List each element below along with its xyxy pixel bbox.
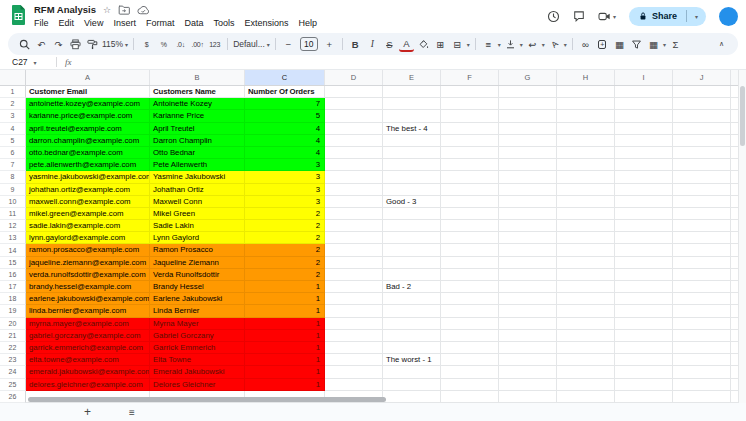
cell-B17[interactable]: Brandy Hessel [150, 281, 245, 293]
cell-D13[interactable] [325, 232, 383, 244]
cell-J15[interactable] [673, 257, 731, 269]
cell-I5[interactable] [615, 135, 673, 147]
cell-J16[interactable] [673, 269, 731, 281]
cell-A13[interactable]: lynn.gaylord@example.com [26, 232, 150, 244]
cell-B8[interactable]: Yasmine Jakubowski [150, 171, 245, 183]
cell-B24[interactable]: Emerald Jakubowski [150, 366, 245, 378]
cell-I18[interactable] [615, 293, 673, 305]
cell-G2[interactable] [499, 98, 557, 110]
cell-E14[interactable] [383, 244, 441, 256]
cell-D3[interactable] [325, 110, 383, 122]
cell-B14[interactable]: Ramon Prosacco [150, 244, 245, 256]
add-sheet-icon[interactable]: + [84, 405, 91, 419]
cell-E8[interactable] [383, 171, 441, 183]
percent-format-icon[interactable]: % [156, 36, 171, 52]
cell-D7[interactable] [325, 159, 383, 171]
cell-I26[interactable] [615, 391, 673, 403]
horizontal-scrollbar-thumb[interactable] [28, 397, 386, 402]
all-sheets-icon[interactable]: ≡ [129, 407, 134, 418]
decrease-font-size-button[interactable]: − [281, 36, 296, 52]
cell-D21[interactable] [325, 330, 383, 342]
menu-tools[interactable]: Tools [208, 16, 239, 30]
insert-link-icon[interactable]: ∞ [578, 36, 593, 52]
cell-E3[interactable] [383, 110, 441, 122]
star-icon[interactable]: ☆ [103, 5, 111, 15]
cell-B4[interactable]: April Treutel [150, 123, 245, 135]
cell-J26[interactable] [673, 391, 731, 403]
cell-G6[interactable] [499, 147, 557, 159]
cell-E16[interactable] [383, 269, 441, 281]
paint-format-icon[interactable] [85, 36, 100, 52]
cell-C5[interactable]: 4 [245, 135, 325, 147]
cell-G1[interactable] [499, 86, 557, 98]
cell-J23[interactable] [673, 354, 731, 366]
cell-E11[interactable] [383, 208, 441, 220]
cell-E2[interactable] [383, 98, 441, 110]
row-header-5[interactable]: 5 [0, 135, 26, 147]
text-rotation-icon[interactable]: A [543, 33, 565, 55]
comments-icon[interactable] [573, 10, 585, 22]
cell-C10[interactable]: 3 [245, 196, 325, 208]
cell-A23[interactable]: elta.towne@example.com [26, 354, 150, 366]
functions-icon[interactable]: Σ [668, 36, 683, 52]
cell-J25[interactable] [673, 379, 731, 391]
cell-H20[interactable] [557, 318, 615, 330]
cell-E22[interactable] [383, 342, 441, 354]
cell-F23[interactable] [441, 354, 499, 366]
cell-G18[interactable] [499, 293, 557, 305]
cell-I3[interactable] [615, 110, 673, 122]
cell-B20[interactable]: Myrna Mayer [150, 318, 245, 330]
horizontal-align-icon-group[interactable]: ≡▾ [481, 36, 501, 52]
cell-E13[interactable] [383, 232, 441, 244]
column-header-D[interactable]: D [325, 70, 383, 85]
cell-G10[interactable] [499, 196, 557, 208]
cell-D17[interactable] [325, 281, 383, 293]
share-button[interactable]: Share ▾ [629, 7, 706, 26]
cell-J13[interactable] [673, 232, 731, 244]
cell-E6[interactable] [383, 147, 441, 159]
column-header-E[interactable]: E [383, 70, 441, 85]
cell-A5[interactable]: darron.champlin@example.com [26, 135, 150, 147]
select-all-corner[interactable] [0, 70, 26, 85]
table-views-icon-group[interactable]: ▦▾ [646, 36, 666, 52]
cell-J1[interactable] [673, 86, 731, 98]
column-header-B[interactable]: B [150, 70, 245, 85]
cell-D6[interactable] [325, 147, 383, 159]
increase-decimals-icon[interactable]: .00↑ [190, 36, 205, 52]
column-header-G[interactable]: G [499, 70, 557, 85]
borders-icon[interactable]: ⊞ [433, 36, 448, 52]
column-header-H[interactable]: H [557, 70, 615, 85]
table-views-icon[interactable]: ▦ [646, 36, 661, 52]
cell-J5[interactable] [673, 135, 731, 147]
cell-G25[interactable] [499, 379, 557, 391]
cell-F5[interactable] [441, 135, 499, 147]
row-header-25[interactable]: 25 [0, 379, 26, 391]
cell-D23[interactable] [325, 354, 383, 366]
cell-G17[interactable] [499, 281, 557, 293]
row-header-20[interactable]: 20 [0, 318, 26, 330]
row-header-4[interactable]: 4 [0, 123, 26, 135]
cell-E19[interactable] [383, 305, 441, 317]
cell-H22[interactable] [557, 342, 615, 354]
cell-H3[interactable] [557, 110, 615, 122]
cell-E5[interactable] [383, 135, 441, 147]
cell-A24[interactable]: emerald.jakubowski@example.com [26, 366, 150, 378]
cell-F8[interactable] [441, 171, 499, 183]
text-wrap-icon-group[interactable]: ↩▾ [525, 36, 545, 52]
row-header-26[interactable]: 26 [0, 391, 26, 403]
cell-E18[interactable] [383, 293, 441, 305]
cell-A14[interactable]: ramon.prosacco@example.com [26, 244, 150, 256]
cell-J2[interactable] [673, 98, 731, 110]
cell-B25[interactable]: Delores Gleichner [150, 379, 245, 391]
menu-file[interactable]: File [29, 16, 54, 30]
cell-J8[interactable] [673, 171, 731, 183]
cell-I23[interactable] [615, 354, 673, 366]
cell-B22[interactable]: Garrick Emmerich [150, 342, 245, 354]
cell-F9[interactable] [441, 184, 499, 196]
cell-H13[interactable] [557, 232, 615, 244]
cell-C21[interactable]: 1 [245, 330, 325, 342]
row-header-6[interactable]: 6 [0, 147, 26, 159]
cell-C9[interactable]: 3 [245, 184, 325, 196]
cell-H23[interactable] [557, 354, 615, 366]
cell-G16[interactable] [499, 269, 557, 281]
